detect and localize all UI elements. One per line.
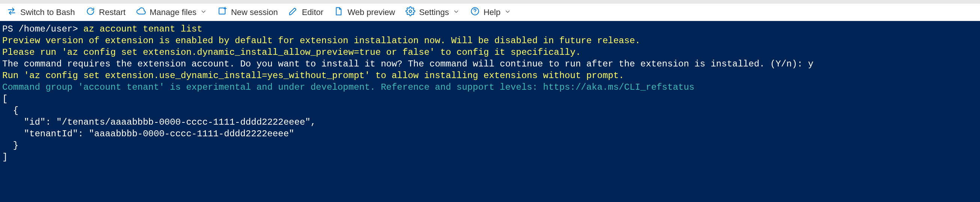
new-session-button[interactable]: New session bbox=[217, 6, 278, 18]
swap-icon bbox=[7, 6, 16, 18]
chevron-down-icon bbox=[504, 8, 511, 17]
json-output-line: { bbox=[2, 105, 18, 116]
web-preview-label: Web preview bbox=[347, 8, 395, 17]
chevron-down-icon bbox=[200, 8, 207, 17]
chevron-down-icon bbox=[453, 8, 460, 17]
svg-rect-0 bbox=[219, 8, 225, 14]
editor-label: Editor bbox=[302, 8, 323, 17]
gear-icon bbox=[406, 6, 415, 18]
json-output-line: "id": "/tenants/aaaabbbb-0000-cccc-1111-… bbox=[2, 117, 316, 127]
web-preview-button[interactable]: Web preview bbox=[334, 6, 395, 18]
cloud-shell-toolbar: Switch to Bash Restart Manage files bbox=[0, 4, 980, 21]
dynamic-install-line: Run 'az config set extension.use_dynamic… bbox=[2, 71, 624, 81]
restart-button[interactable]: Restart bbox=[86, 6, 126, 18]
json-output-line: ] bbox=[2, 152, 8, 162]
preview-line-2: Please run 'az config set extension.dyna… bbox=[2, 47, 581, 57]
json-output-line: [ bbox=[2, 94, 8, 104]
cloud-files-icon bbox=[136, 6, 146, 18]
restart-icon bbox=[86, 6, 95, 18]
json-output-line: "tenantId": "aaaabbbb-0000-cccc-1111-ddd… bbox=[2, 129, 294, 139]
new-session-label: New session bbox=[231, 8, 278, 17]
switch-shell-label: Switch to Bash bbox=[20, 8, 75, 17]
json-output-line: } bbox=[2, 140, 18, 151]
manage-files-label: Manage files bbox=[150, 8, 196, 17]
svg-point-3 bbox=[475, 13, 475, 13]
switch-shell-button[interactable]: Switch to Bash bbox=[7, 6, 75, 18]
experimental-line: Command group 'account tenant' is experi… bbox=[2, 82, 695, 92]
svg-point-1 bbox=[409, 10, 412, 13]
install-prompt-line: The command requires the extension accou… bbox=[2, 59, 813, 69]
help-icon bbox=[470, 6, 480, 18]
settings-label: Settings bbox=[419, 8, 449, 17]
manage-files-button[interactable]: Manage files bbox=[136, 6, 207, 18]
restart-label: Restart bbox=[99, 8, 126, 17]
help-button[interactable]: Help bbox=[470, 6, 511, 18]
prompt-prefix: PS /home/user> bbox=[2, 24, 83, 34]
new-session-icon bbox=[217, 6, 227, 18]
settings-button[interactable]: Settings bbox=[406, 6, 460, 18]
editor-button[interactable]: Editor bbox=[288, 6, 323, 18]
top-spacer bbox=[0, 0, 980, 4]
help-label: Help bbox=[484, 8, 501, 17]
preview-line-1: Preview version of extension is enabled … bbox=[2, 36, 640, 46]
web-preview-icon bbox=[334, 6, 344, 18]
terminal-output[interactable]: PS /home/user> az account tenant list Pr… bbox=[0, 21, 980, 202]
editor-icon bbox=[288, 6, 298, 18]
command-text: az account tenant list bbox=[83, 24, 202, 34]
